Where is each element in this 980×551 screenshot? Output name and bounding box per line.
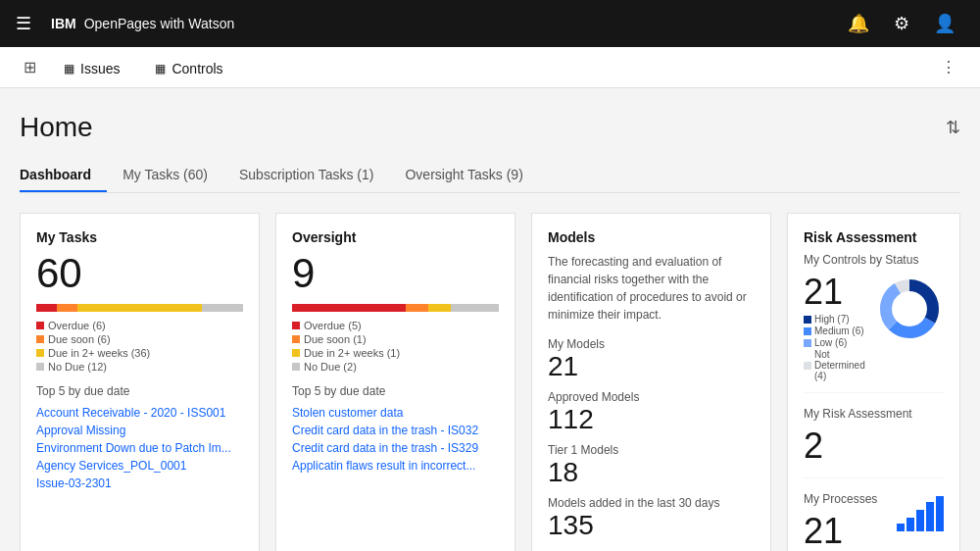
models-30days-value: 135 (548, 512, 755, 539)
task-link-1[interactable]: Approval Missing (36, 424, 243, 437)
legend-dot-red (36, 322, 44, 329)
tier1-models-label: Tier 1 Models (548, 443, 755, 457)
legend-dot-high (804, 316, 811, 324)
second-navigation: ⊞ ▦ Issues ▦ Controls ⋮ (0, 47, 980, 88)
oversight-progress-yellow (428, 304, 451, 312)
legend-duesoon-o: Due soon (1) (292, 333, 499, 345)
notification-icon[interactable]: 🔔 (839, 4, 878, 43)
controls-tab-label: Controls (172, 61, 222, 76)
task-link-3[interactable]: Agency Services_POL_0001 (36, 459, 243, 473)
settings-icon[interactable]: ⚙ (882, 4, 921, 43)
nav-tab-controls[interactable]: ▦ Controls (139, 47, 238, 88)
tab-my-tasks[interactable]: My Tasks (60) (107, 159, 223, 192)
my-risk-assessment-section: My Risk Assessment 2 (804, 407, 944, 478)
tab-subscription-tasks[interactable]: Subscription Tasks (1) (223, 159, 389, 192)
bar-0 (897, 524, 905, 531)
list-item: Stolen customer data (292, 406, 499, 420)
menu-icon[interactable]: ☰ (16, 13, 31, 34)
controls-by-status-count: 21 (804, 275, 875, 310)
top-nav-icons: 🔔 ⚙ 👤 (839, 4, 964, 43)
list-item: Approval Missing (36, 424, 243, 437)
oversight-card: Oversight 9 Overdue (5) Due soon (1) (275, 213, 515, 551)
oversight-count: 9 (292, 253, 499, 294)
models-card: Models The forecasting and evaluation of… (531, 213, 771, 551)
oversight-link-2[interactable]: Credit card data in the trash - IS329 (292, 441, 499, 455)
legend-duesoon-o-label: Due soon (1) (304, 333, 367, 345)
models-30days-stat: Models added in the last 30 days 135 (548, 496, 755, 539)
my-processes-label: My Processes (804, 492, 877, 506)
legend-dot-medium (804, 327, 811, 335)
legend-dot-yellow-o (292, 349, 300, 357)
tier1-models-stat: Tier 1 Models 18 (548, 443, 755, 486)
task-link-2[interactable]: Environment Down due to Patch Im... (36, 441, 243, 455)
legend-due2w-o-label: Due in 2+ weeks (1) (304, 347, 400, 359)
my-tasks-count: 60 (36, 253, 243, 294)
legend-nodue-o-label: No Due (2) (304, 361, 357, 373)
user-icon[interactable]: 👤 (925, 4, 964, 43)
my-processes-row: My Processes 21 (804, 492, 944, 551)
progress-orange (57, 304, 77, 312)
legend-due2w-o: Due in 2+ weeks (1) (292, 347, 499, 359)
filter-button[interactable]: ⇅ (946, 117, 960, 138)
models-30days-label: Models added in the last 30 days (548, 496, 755, 510)
legend-medium: Medium (6) (804, 326, 875, 336)
legend-high: High (7) (804, 314, 875, 325)
oversight-link-1[interactable]: Credit card data in the trash - IS032 (292, 424, 499, 437)
risk-assessment-card: Risk Assessment My Controls by Status 21… (787, 213, 960, 551)
legend-due-soon-label: Due soon (6) (48, 333, 111, 345)
dashboard-grid: My Tasks 60 Overdue (6) Due soon (6) (20, 213, 960, 551)
page-header: Home ⇅ (20, 112, 960, 143)
oversight-links: Stolen customer data Credit card data in… (292, 406, 499, 473)
list-item: Applicatin flaws result in incorrect... (292, 459, 499, 473)
models-description: The forecasting and evaluation of financ… (548, 253, 755, 324)
bar-1 (906, 518, 914, 531)
legend-overdue-label: Overdue (6) (48, 320, 106, 331)
legend-overdue-o-label: Overdue (5) (304, 320, 362, 331)
controls-grid-icon: ▦ (155, 62, 166, 75)
tab-dashboard[interactable]: Dashboard (20, 159, 107, 192)
task-link-0[interactable]: Account Receivable - 2020 - ISS001 (36, 406, 243, 420)
oversight-link-3[interactable]: Applicatin flaws result in incorrect... (292, 459, 499, 473)
legend-no-due: No Due (12) (36, 361, 243, 373)
list-item: Credit card data in the trash - IS032 (292, 424, 499, 437)
task-link-4[interactable]: Issue-03-2301 (36, 476, 243, 490)
my-models-label: My Models (548, 337, 755, 351)
more-options-button[interactable]: ⋮ (933, 54, 964, 80)
controls-by-status-left: 21 High (7) Medium (6) (804, 275, 875, 382)
page-content: Home ⇅ Dashboard My Tasks (60) Subscript… (0, 88, 980, 551)
controls-by-status-label: My Controls by Status (804, 253, 944, 267)
legend-dot-orange (36, 335, 44, 343)
legend-due-2weeks-label: Due in 2+ weeks (36) (48, 347, 150, 359)
progress-gray (202, 304, 243, 312)
nav-tab-issues[interactable]: ▦ Issues (48, 47, 135, 88)
my-models-stat: My Models 21 (548, 337, 755, 380)
brand-area: IBM OpenPages with Watson (51, 16, 234, 31)
oversight-progress-red (292, 304, 406, 312)
legend-overdue: Overdue (6) (36, 320, 243, 331)
legend-dot-yellow (36, 349, 44, 357)
oversight-progress-orange (406, 304, 428, 312)
legend-dot-gray-o (292, 363, 300, 371)
legend-nodue-o: No Due (2) (292, 361, 499, 373)
list-item: Agency Services_POL_0001 (36, 459, 243, 473)
donut-legend: High (7) Medium (6) Low (6) (804, 314, 875, 381)
app-name-label: OpenPages with Watson (84, 16, 235, 31)
approved-models-value: 112 (548, 406, 755, 433)
my-tasks-progress-bar (36, 304, 243, 312)
oversight-link-0[interactable]: Stolen customer data (292, 406, 499, 420)
progress-red (36, 304, 57, 312)
ibm-label: IBM (51, 16, 76, 31)
mini-bar-chart (897, 496, 944, 531)
legend-dot-red-o (292, 322, 300, 329)
my-risk-assessment-label: My Risk Assessment (804, 407, 944, 421)
progress-yellow (77, 304, 202, 312)
legend-low-label: Low (6) (814, 337, 847, 348)
home-nav-button[interactable]: ⊞ (16, 54, 44, 80)
legend-dot-orange-o (292, 335, 300, 343)
legend-due-2weeks: Due in 2+ weeks (36) (36, 347, 243, 359)
approved-models-stat: Approved Models 112 (548, 390, 755, 433)
oversight-progress-bar (292, 304, 499, 312)
tab-oversight-tasks[interactable]: Oversight Tasks (9) (389, 159, 538, 192)
my-processes-section: My Processes 21 (804, 492, 944, 551)
list-item: Issue-03-2301 (36, 476, 243, 490)
